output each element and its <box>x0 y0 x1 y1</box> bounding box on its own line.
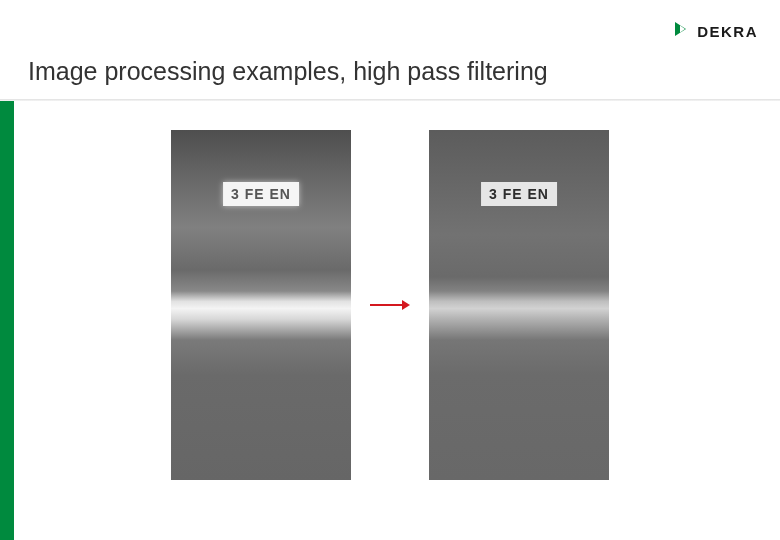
image-after: 3 FE EN <box>429 130 609 480</box>
slide-title: Image processing examples, high pass fil… <box>28 57 548 86</box>
arrow-right-icon <box>369 297 411 313</box>
header-divider <box>0 99 780 101</box>
brand-name: DEKRA <box>697 23 758 40</box>
image-before: 3 FE EN <box>171 130 351 480</box>
slide-header: DEKRA Image processing examples, high pa… <box>0 0 780 100</box>
image-before-tag: 3 FE EN <box>223 182 299 206</box>
image-after-tag: 3 FE EN <box>481 182 557 206</box>
brand-logo: DEKRA <box>673 20 758 42</box>
figure-row: 3 FE EN 3 FE EN <box>0 130 780 480</box>
brand-mark-icon <box>673 20 691 42</box>
